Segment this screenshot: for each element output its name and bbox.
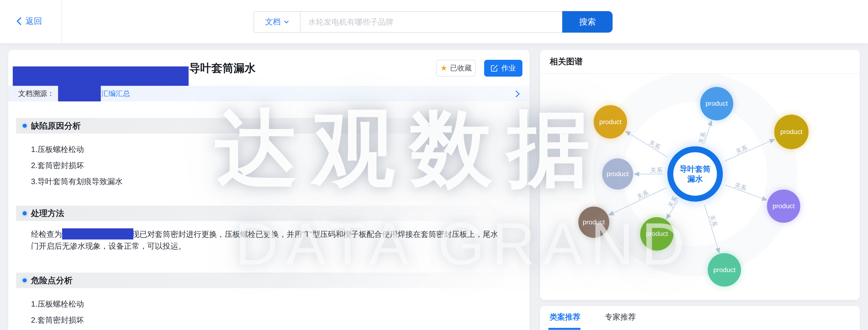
redacted-inline-block [62, 228, 133, 240]
search-type-label: 文档 [265, 17, 281, 27]
list-item: 1.压板螺栓松动 [31, 141, 123, 158]
redacted-block [13, 66, 189, 86]
favorite-button[interactable]: ★ 已收藏 [436, 60, 476, 76]
related-graph-panel: 相关图谱 关系关系关系关系关系关系关系关系 productproductprod… [540, 50, 860, 300]
chevron-right-icon [515, 90, 520, 98]
list-item: 2.套筒密封损坏 [31, 312, 84, 328]
star-icon: ★ [440, 64, 447, 72]
chevron-down-icon [284, 20, 289, 24]
redacted-block [58, 85, 101, 102]
bullet-dot-icon [23, 124, 26, 128]
work-button[interactable]: 作业 [484, 60, 522, 76]
page-title: 导叶套筒漏水 [189, 58, 256, 78]
graph-node-product[interactable]: product [640, 217, 674, 251]
divider [61, 0, 62, 43]
back-button[interactable]: 返回 [17, 16, 42, 27]
edit-square-icon [491, 64, 498, 72]
list-item: 3.导叶套筒有划痕导致漏水 [31, 173, 123, 190]
graph-node-product[interactable]: product [700, 87, 734, 120]
source-link[interactable]: 汇编汇总 [101, 89, 130, 99]
graph-edge-label: 关系 [650, 167, 663, 173]
search-type-selector[interactable]: 文档 [253, 11, 301, 33]
top-bar: 返回 文档 搜索 [0, 0, 868, 43]
knowledge-graph[interactable]: 关系关系关系关系关系关系关系关系 productproductproductpr… [540, 74, 860, 300]
paragraph-text: 经检查为 [31, 230, 62, 239]
graph-node-product[interactable]: product [594, 105, 627, 139]
defect-cause-list: 1.压板螺栓松动 2.套筒密封损坏 3.导叶套筒有划痕导致漏水 [31, 141, 123, 190]
graph-node-product[interactable]: product [602, 158, 633, 189]
bullet-dot-icon [23, 278, 26, 282]
tab-experts[interactable]: 专家推荐 [605, 306, 636, 330]
favorite-label: 已收藏 [450, 63, 472, 73]
source-label: 文档溯源： [18, 89, 54, 99]
recommendation-tabs-card: 类案推荐专家推荐 [540, 306, 860, 330]
work-label: 作业 [501, 63, 516, 73]
document-title-row: 导叶套筒漏水 ★ 已收藏 作业 [8, 58, 529, 78]
tabs-row: 类案推荐专家推荐 [550, 306, 636, 330]
graph-center-node[interactable]: 导叶套筒 漏水 [668, 146, 722, 202]
graph-node-product[interactable]: product [708, 253, 741, 286]
search-button[interactable]: 搜索 [562, 11, 613, 33]
bullet-dot-icon [23, 211, 26, 215]
list-item: 2.套筒密封损坏 [31, 158, 123, 173]
tab-similar-cases[interactable]: 类案推荐 [550, 306, 581, 330]
center-node-label: 导叶套筒 [680, 164, 711, 174]
graph-node-product[interactable]: product [578, 207, 609, 238]
treatment-paragraph: 经检查为螺栓断裂造成渗水，现已对套筒密封进行更换，压板螺栓已更换，并用"T"型压… [31, 228, 502, 252]
graph-panel-title: 相关图谱 [550, 56, 583, 67]
center-node-label: 漏水 [687, 174, 703, 184]
back-label: 返回 [26, 16, 42, 27]
graph-node-product[interactable]: product [774, 115, 808, 149]
page: 返回 文档 搜索 导叶套筒漏水 ★ 已收藏 [0, 0, 868, 330]
section-heading-treatment: 处理方法 [16, 205, 517, 221]
risk-point-list: 1.压板螺栓松动 2.套筒密封损坏 [31, 296, 84, 328]
graph-node-product[interactable]: product [767, 190, 800, 223]
document-card: 导叶套筒漏水 ★ 已收藏 作业 文档溯源： 汇编汇总 [8, 50, 529, 330]
search-input[interactable] [301, 11, 562, 33]
chevron-left-icon [17, 17, 22, 25]
graph-panel-header: 相关图谱 [540, 50, 860, 74]
section-heading-defect-analysis: 缺陷原因分析 [16, 118, 517, 134]
section-heading-risk-analysis: 危险点分析 [16, 273, 517, 288]
list-item: 1.压板螺栓松动 [31, 296, 84, 312]
search-group: 文档 搜索 [253, 11, 613, 33]
